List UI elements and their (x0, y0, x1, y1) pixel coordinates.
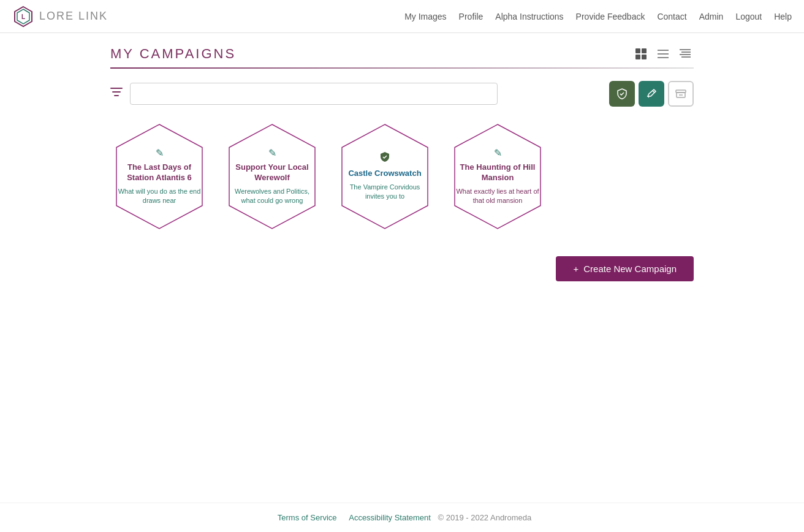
create-button-row: + Create New Campaign (110, 256, 694, 281)
svg-rect-10 (680, 49, 691, 50)
svg-rect-15 (112, 91, 121, 93)
main-content: My Campaigns (0, 33, 804, 503)
campaign-card-3[interactable]: ✎ The Haunting of Hill Mansion What exac… (449, 121, 547, 232)
copyright-text: © 2019 - 2022 Andromeda (438, 513, 532, 522)
shield-check-small-icon (379, 151, 390, 162)
archive-icon (675, 89, 686, 98)
svg-rect-4 (642, 48, 647, 53)
campaign-card-1[interactable]: ✎ Support Your Local Werewolf Werewolves… (223, 121, 321, 232)
status-buttons (609, 81, 694, 107)
campaign-icon-0: ✎ (116, 147, 202, 159)
logo-icon: L (12, 6, 34, 28)
archived-filter-button[interactable] (668, 81, 694, 107)
campaign-desc-1: Werewolves and Politics, what could go w… (229, 187, 315, 206)
pencil-icon (646, 88, 657, 99)
nav-help[interactable]: Help (774, 12, 792, 21)
published-filter-button[interactable] (609, 81, 635, 107)
campaign-icon-2 (342, 151, 428, 165)
campaign-title-0: The Last Days of Station Atlantis 6 (116, 162, 202, 183)
svg-rect-5 (635, 55, 640, 59)
svg-rect-3 (635, 48, 640, 53)
view-controls (632, 45, 694, 63)
header-divider (110, 67, 694, 69)
svg-rect-11 (681, 51, 691, 53)
create-icon: + (573, 264, 578, 274)
filter-row (110, 81, 694, 107)
svg-rect-9 (658, 57, 669, 58)
svg-rect-7 (658, 50, 669, 51)
svg-rect-14 (110, 88, 123, 89)
create-label: Create New Campaign (583, 264, 677, 274)
filter-icon (110, 88, 123, 97)
nav-logout[interactable]: Logout (735, 12, 762, 21)
page-header: My Campaigns (110, 45, 694, 63)
terms-of-service-link[interactable]: Terms of Service (278, 513, 337, 522)
footer: Terms of Service Accessibility Statement… (0, 503, 804, 532)
accessibility-statement-link[interactable]: Accessibility Statement (349, 513, 431, 522)
campaign-card-2[interactable]: Castle Crowswatch The Vampire Corvidous … (336, 121, 434, 232)
svg-line-18 (653, 91, 654, 93)
list-view-button[interactable] (654, 45, 672, 63)
compact-icon (679, 48, 691, 60)
compact-view-button[interactable] (677, 45, 694, 63)
svg-rect-16 (114, 95, 119, 96)
list-icon (657, 48, 669, 60)
campaign-desc-3: What exactly lies at heart of that old m… (455, 187, 540, 206)
logo-area: L LORE LINK (12, 6, 108, 28)
campaign-icon-1: ✎ (229, 147, 315, 159)
svg-text:L: L (21, 13, 25, 20)
campaign-title-1: Support Your Local Werewolf (229, 162, 315, 183)
campaign-desc-0: What will you do as the end draws near (116, 187, 202, 206)
svg-rect-12 (680, 54, 691, 55)
nav-contact[interactable]: Contact (657, 12, 686, 21)
campaign-title-2: Castle Crowswatch (342, 169, 428, 179)
grid-view-button[interactable] (632, 45, 650, 63)
shield-check-icon (616, 88, 628, 99)
nav-links: My Images Profile Alpha Instructions Pro… (404, 12, 792, 21)
svg-rect-6 (642, 55, 647, 59)
campaign-icon-3: ✎ (455, 147, 540, 159)
nav-alpha-instructions[interactable]: Alpha Instructions (495, 12, 563, 21)
grid-icon (635, 48, 647, 60)
campaigns-grid: ✎ The Last Days of Station Atlantis 6 Wh… (110, 121, 694, 232)
campaign-card-0[interactable]: ✎ The Last Days of Station Atlantis 6 Wh… (110, 121, 208, 232)
page-title: My Campaigns (110, 46, 236, 62)
nav-admin[interactable]: Admin (699, 12, 724, 21)
campaign-desc-2: The Vampire Corvidous invites you to (342, 183, 428, 202)
create-new-campaign-button[interactable]: + Create New Campaign (556, 256, 694, 281)
svg-rect-13 (681, 56, 691, 58)
nav-profile[interactable]: Profile (459, 12, 484, 21)
navbar: L LORE LINK My Images Profile Alpha Inst… (0, 0, 804, 33)
logo-text: LORE LINK (39, 10, 108, 23)
draft-filter-button[interactable] (639, 81, 664, 107)
nav-my-images[interactable]: My Images (404, 12, 446, 21)
filter-button[interactable] (110, 88, 123, 101)
campaign-title-3: The Haunting of Hill Mansion (455, 162, 540, 183)
search-input[interactable] (130, 83, 498, 105)
svg-rect-8 (658, 53, 669, 55)
nav-provide-feedback[interactable]: Provide Feedback (576, 12, 645, 21)
